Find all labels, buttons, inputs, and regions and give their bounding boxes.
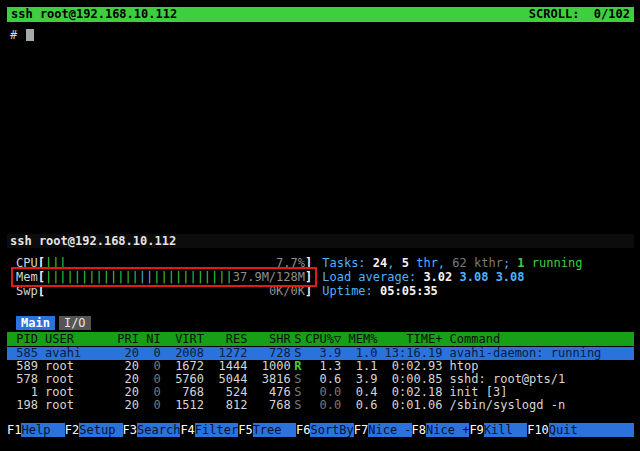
header-virt[interactable]: VIRT — [161, 332, 204, 346]
tasks-thr-count: 5 — [402, 256, 409, 270]
fn-key: F1 — [7, 423, 21, 437]
header-cpu-sort[interactable]: CPU%▽ — [305, 332, 341, 346]
screen-tabs: Main I/O — [16, 316, 91, 330]
fn-filter-button[interactable]: F4Filter — [180, 423, 238, 437]
header-shr[interactable]: SHR — [247, 332, 290, 346]
cell-time: 0:01.06 — [377, 399, 442, 412]
cell-virt: 1512 — [161, 399, 204, 412]
bottom-pane-title: ssh root@192.168.10.112 — [10, 234, 176, 248]
header-pid[interactable]: PID — [9, 332, 38, 346]
mem-meter: ||||||||||||||||||||||||||37.9M/128M — [45, 270, 305, 284]
cpu-bracket-open: [ — [38, 256, 45, 270]
tasks-kthr: 62 kthr — [452, 256, 503, 270]
cpu-meter-label: CPU — [16, 256, 38, 270]
header-ni[interactable]: NI — [139, 332, 161, 346]
mem-bars-used: ||||||||||||| — [45, 270, 139, 284]
header-pri[interactable]: PRI — [110, 332, 139, 346]
header-mem[interactable]: MEM% — [341, 332, 377, 346]
cell-user: root — [38, 399, 110, 412]
fn-sortby-button[interactable]: F6SortBy — [296, 423, 354, 437]
shell-prompt-line: # — [10, 28, 34, 42]
bottom-pane-titlebar: ssh root@192.168.10.112 — [7, 234, 634, 248]
tab-io[interactable]: I/O — [59, 316, 91, 330]
terminal-cursor — [26, 29, 34, 41]
fn-key: F9 — [469, 423, 483, 437]
top-terminal-area[interactable] — [7, 22, 634, 232]
fn-tree-button[interactable]: F5Tree — [238, 423, 296, 437]
tasks-running-label: running — [525, 256, 583, 270]
load-5-15min: 3.08 3.08 — [460, 270, 525, 284]
tasks-thr-label: thr — [409, 256, 438, 270]
cpu-meter: |||7.7% — [45, 256, 305, 270]
fn-key: F2 — [65, 423, 79, 437]
cpu-meter-row: CPU[|||7.7%] Tasks: 24, 5 thr, 62 kthr; … — [7, 256, 582, 270]
mem-meter-row: Mem[||||||||||||||||||||||||||37.9M/128M… — [7, 270, 525, 284]
load-label: Load average: — [322, 270, 423, 284]
fn-label: Quit — [549, 423, 634, 437]
terminal-screen: ssh root@192.168.10.112 SCROLL: 0/102 # … — [0, 0, 640, 451]
fn-label: Nice + — [426, 423, 469, 437]
fn-search-button[interactable]: F3Search — [123, 423, 181, 437]
fn-key: F7 — [354, 423, 368, 437]
process-table-header: PID USER PRI NI VIRT RES SHR S CPU%▽ MEM… — [7, 332, 634, 346]
cell-pri: 20 — [110, 399, 139, 412]
fn-label: SortBy — [310, 423, 353, 437]
uptime-line: Uptime: 05:05:35 — [322, 284, 438, 298]
scroll-indicator: SCROLL: 0/102 — [529, 7, 630, 22]
fn-nice-plus-button[interactable]: F8Nice + — [412, 423, 470, 437]
fn-label: Tree — [253, 423, 296, 437]
fn-quit-button[interactable]: F10Quit — [527, 423, 634, 437]
load-line: Load average: 3.02 3.08 3.08 — [322, 270, 524, 284]
cpu-meter-value: 7.7% — [276, 256, 305, 270]
tab-main[interactable]: Main — [16, 316, 55, 330]
cell-cpu: 0.0 — [305, 399, 341, 412]
fn-label: Search — [137, 423, 180, 437]
swap-bracket-close: ] — [305, 284, 312, 298]
mem-bars-buffers: || — [139, 270, 153, 284]
swap-meter-row: Swp[0K/0K] Uptime: 05:05:35 — [7, 284, 438, 298]
mem-bars-cache: ||||||||||| — [153, 270, 232, 284]
fn-label: Nice - — [368, 423, 411, 437]
header-user[interactable]: USER — [38, 332, 110, 346]
uptime-value: 05:05:35 — [380, 284, 438, 298]
mem-meter-bars: |||||||||||||||||||||||||| — [45, 270, 233, 284]
swap-meter-label: Swp — [16, 284, 38, 298]
mem-bracket-open: [ — [38, 270, 45, 284]
tasks-sep1: , — [387, 256, 401, 270]
fn-key: F4 — [180, 423, 194, 437]
load-1min: 3.02 — [423, 270, 459, 284]
fn-label: Setup — [79, 423, 122, 437]
tasks-running-count: 1 — [517, 256, 524, 270]
tasks-sep3: ; — [503, 256, 517, 270]
fn-kill-button[interactable]: F9Kill — [469, 423, 527, 437]
fn-label: Help — [21, 423, 64, 437]
cell-ni: 0 — [139, 399, 161, 412]
swap-bracket-open: [ — [38, 284, 45, 298]
header-state[interactable]: S — [291, 332, 305, 346]
fn-nice-minus-button[interactable]: F7Nice - — [354, 423, 412, 437]
uptime-label: Uptime: — [322, 284, 380, 298]
header-res[interactable]: RES — [204, 332, 247, 346]
fn-key: F6 — [296, 423, 310, 437]
function-key-bar: F1Help F2Setup F3Search F4Filter F5Tree … — [7, 423, 634, 437]
shell-prompt: # — [10, 28, 17, 42]
fn-help-button[interactable]: F1Help — [7, 423, 65, 437]
cell-state: S — [291, 399, 305, 412]
tasks-label: Tasks: — [322, 256, 373, 270]
swap-meter-value: 0K/0K — [269, 284, 305, 298]
fn-key: F10 — [527, 423, 549, 437]
header-time[interactable]: TIME+ — [377, 332, 442, 346]
fn-label: Kill — [484, 423, 527, 437]
mem-bracket-close: ] — [305, 270, 312, 284]
tasks-line: Tasks: 24, 5 thr, 62 kthr; 1 running — [322, 256, 582, 270]
top-pane-titlebar: ssh root@192.168.10.112 SCROLL: 0/102 — [7, 7, 634, 22]
header-command[interactable]: Command — [442, 332, 634, 346]
mem-meter-value: 37.9M/128M — [233, 270, 305, 284]
cpu-bracket-close: ] — [305, 256, 312, 270]
process-row[interactable]: 198 root 20 0 1512 812 768 S 0.0 0.6 0:0… — [7, 399, 634, 412]
fn-key: F5 — [238, 423, 252, 437]
cell-mem: 0.6 — [341, 399, 377, 412]
cell-res: 812 — [204, 399, 247, 412]
fn-key: F3 — [123, 423, 137, 437]
fn-setup-button[interactable]: F2Setup — [65, 423, 123, 437]
